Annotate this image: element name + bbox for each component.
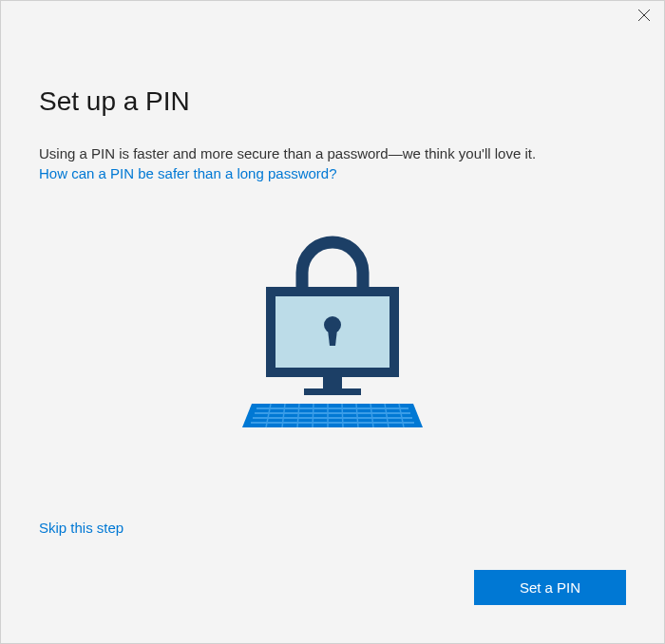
lock-computer-icon (228, 230, 437, 429)
svg-rect-5 (323, 377, 342, 388)
svg-line-15 (313, 404, 314, 427)
skip-link[interactable]: Skip this step (39, 520, 124, 536)
pin-illustration (39, 230, 626, 429)
dialog-content: Set up a PIN Using a PIN is faster and m… (1, 29, 664, 429)
page-title: Set up a PIN (39, 86, 626, 117)
titlebar (1, 1, 664, 29)
svg-line-17 (342, 404, 343, 427)
description-text: Using a PIN is faster and more secure th… (39, 143, 626, 163)
help-link[interactable]: How can a PIN be safer than a long passw… (39, 165, 337, 181)
close-icon[interactable] (637, 9, 651, 22)
set-pin-button[interactable]: Set a PIN (474, 570, 626, 605)
svg-rect-6 (304, 388, 361, 395)
